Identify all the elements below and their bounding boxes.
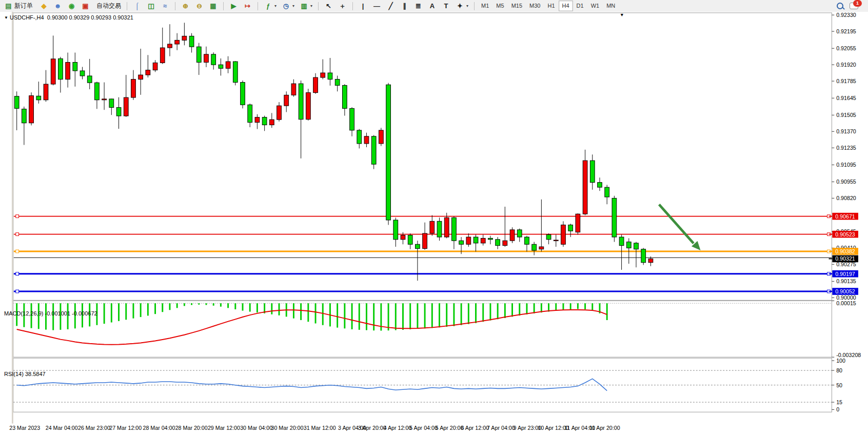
vertical-line-button[interactable]: | [356, 1, 370, 12]
autotrading-button[interactable]: ▣ [78, 1, 92, 12]
notifications-button[interactable]: 1 [850, 2, 861, 10]
vertical-line-icon: | [359, 2, 367, 10]
line-handle[interactable] [16, 290, 19, 293]
svg-text:▼: ▼ [620, 12, 624, 17]
chart-shift-icon: ↦ [243, 2, 252, 10]
timeframe-d1-button[interactable]: D1 [573, 1, 587, 11]
candlestick-chart-button[interactable]: ◫ [144, 1, 158, 12]
svg-text:0.91235: 0.91235 [836, 145, 856, 151]
arrows-button[interactable]: ✦▾ [453, 1, 471, 12]
auto-trading-button[interactable]: 自动交易 [94, 1, 124, 12]
timeframe-m1-button[interactable]: M1 [478, 1, 492, 11]
indicators-button[interactable]: ƒ▾ [261, 1, 279, 12]
macd-indicator-label: MACD(12,26,9) -0.001001 -0.000672 [4, 310, 97, 317]
tile-windows-icon: ▦ [209, 2, 218, 10]
signals-icon: ◉ [67, 2, 76, 10]
dropdown-caret-icon[interactable]: ▾ [466, 4, 468, 8]
timeframe-mn-button[interactable]: MN [603, 1, 619, 11]
line-handle[interactable] [16, 233, 19, 236]
timeframe-m15-button[interactable]: M15 [508, 1, 526, 11]
svg-text:0.91785: 0.91785 [836, 78, 856, 84]
text-button[interactable]: A [425, 1, 439, 12]
horizontal-line-icon: — [372, 2, 381, 10]
svg-text:0.00015: 0.00015 [836, 300, 856, 306]
templates-icon: ▥ [300, 2, 308, 10]
publisher-icon: ◆ [40, 2, 48, 10]
dropdown-caret-icon[interactable]: ▾ [274, 4, 277, 8]
candlestick-chart-icon: ◫ [147, 2, 155, 10]
zoom-out-icon: ⊖ [195, 2, 204, 10]
channel-button[interactable]: ∥ [398, 1, 411, 12]
dropdown-caret-icon[interactable]: ▾ [310, 4, 312, 8]
line-handle[interactable] [16, 215, 19, 218]
timeframe-w1-button[interactable]: W1 [587, 1, 603, 11]
new-order-button[interactable]: ▤ 新订单 [2, 1, 35, 12]
notification-badge: 1 [853, 0, 862, 7]
crosshair-icon: ＋ [338, 2, 347, 10]
svg-text:0.92055: 0.92055 [836, 45, 856, 51]
svg-text:27 Mar 12:00: 27 Mar 12:00 [109, 425, 142, 431]
svg-text:5 Apr 04:00: 5 Apr 04:00 [409, 425, 438, 431]
timeframe-m30-button[interactable]: M30 [526, 1, 544, 11]
chart-canvas[interactable]: 0.923300.921950.920550.919200.917850.916… [0, 12, 868, 435]
svg-text:30 Mar 04:00: 30 Mar 04:00 [240, 425, 272, 431]
navigator-button[interactable]: ☻ [51, 1, 65, 12]
svg-text:0.92195: 0.92195 [836, 28, 856, 34]
templates-button[interactable]: ▥▾ [297, 1, 315, 12]
line-chart-icon: ≈ [161, 2, 169, 10]
svg-text:0.90135: 0.90135 [836, 278, 856, 284]
svg-text:28 Mar 20:00: 28 Mar 20:00 [175, 425, 208, 431]
periods-icon: ◷ [282, 2, 290, 10]
dropdown-caret-icon[interactable]: ▾ [292, 4, 294, 8]
cursor-icon: ↖ [324, 2, 333, 10]
tile-windows-button[interactable]: ▦ [206, 1, 220, 12]
svg-text:0.91645: 0.91645 [836, 95, 856, 101]
svg-text:80: 80 [836, 367, 842, 373]
cursor-button[interactable]: ↖ [322, 1, 336, 12]
svg-text:3 Apr 20:00: 3 Apr 20:00 [358, 425, 386, 431]
text-label-button[interactable]: T [439, 1, 453, 12]
zoom-out-button[interactable]: ⊖ [192, 1, 206, 12]
time-axis[interactable]: 23 Mar 202324 Mar 04:0026 Mar 23:0027 Ma… [9, 425, 620, 431]
svg-text:15: 15 [836, 399, 842, 405]
bar-chart-button[interactable]: ⌠ [130, 1, 144, 12]
svg-text:0.90671: 0.90671 [835, 213, 855, 220]
svg-text:30 Mar 20:00: 30 Mar 20:00 [271, 425, 303, 431]
periods-button[interactable]: ◷▾ [279, 1, 297, 12]
zoom-in-icon: ⊕ [181, 2, 190, 10]
collapse-triangle-icon[interactable]: ▼ [4, 15, 8, 20]
search-button[interactable] [836, 2, 844, 10]
svg-text:0.92330: 0.92330 [836, 12, 856, 18]
trendline-icon: ╱ [386, 2, 395, 10]
publisher-button[interactable]: ◆ [37, 1, 51, 12]
quote-ohlc: 0.90300 0.90329 0.90293 0.90321 [47, 14, 133, 21]
svg-text:0.90382: 0.90382 [835, 248, 855, 254]
svg-text:29 Mar 12:00: 29 Mar 12:00 [208, 425, 240, 431]
horizontal-line-button[interactable]: — [370, 1, 384, 12]
crosshair-button[interactable]: ＋ [336, 1, 349, 12]
chart-window[interactable]: 0.923300.921950.920550.919200.917850.916… [0, 12, 868, 435]
svg-text:28 Mar 04:00: 28 Mar 04:00 [143, 425, 175, 431]
svg-text:0.90197: 0.90197 [835, 271, 855, 277]
line-handle[interactable] [16, 272, 19, 275]
auto-trading-label: 自动交易 [96, 2, 121, 10]
svg-text:26 Mar 23:00: 26 Mar 23:00 [78, 425, 110, 431]
line-chart-button[interactable]: ≈ [158, 1, 172, 12]
svg-text:0.90052: 0.90052 [835, 288, 855, 294]
svg-text:9 Apr 23:00: 9 Apr 23:00 [514, 425, 542, 431]
chart-shift-button[interactable]: ↦ [241, 1, 254, 12]
svg-text:0: 0 [836, 406, 839, 412]
line-handle[interactable] [16, 250, 19, 253]
text-icon: A [428, 2, 437, 10]
zoom-in-button[interactable]: ⊕ [179, 1, 192, 12]
fibonacci-button[interactable]: ≣ [411, 1, 425, 12]
new-order-label: 新订单 [14, 2, 33, 10]
svg-text:24 Mar 04:00: 24 Mar 04:00 [46, 425, 78, 431]
auto-scroll-button[interactable]: ▶ [227, 1, 241, 12]
new-order-icon: ▤ [4, 2, 13, 10]
timeframe-h4-button[interactable]: H4 [559, 1, 573, 11]
timeframe-h1-button[interactable]: H1 [544, 1, 558, 11]
signals-button[interactable]: ◉ [65, 1, 78, 12]
timeframe-m5-button[interactable]: M5 [492, 1, 507, 11]
trendline-button[interactable]: ╱ [384, 1, 398, 12]
